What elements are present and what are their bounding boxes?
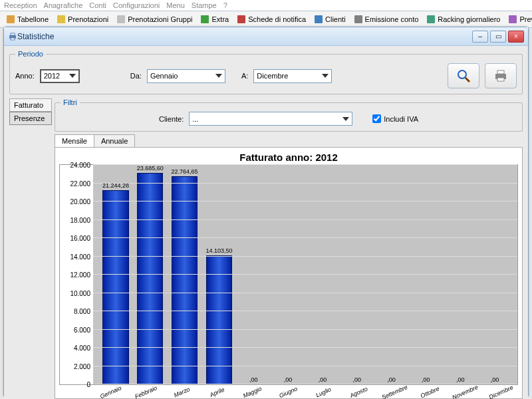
print-button[interactable] [485,63,517,88]
search-button[interactable] [448,63,479,88]
minimize-button[interactable]: – [472,31,488,43]
toolbar-icon [354,15,363,24]
toolbar-prenotazioni-gruppi[interactable]: Prenotazioni Gruppi [113,13,196,26]
cliente-select[interactable]: ... [189,112,352,126]
toolbar-clienti[interactable]: Clienti [311,13,349,26]
toolbar-icon [116,15,126,24]
filtri-legend: Filtri [61,98,80,106]
svg-rect-16 [497,78,504,81]
x-axis: GennaioFebbraioMarzoAprileMaggioGiugnoLu… [59,385,518,397]
y-tick-label: 10.000 [70,289,90,297]
menu-item[interactable]: Reception [4,1,37,9]
tab-annuale[interactable]: Annuale [94,134,135,147]
search-icon [456,68,471,83]
toolbar-icon [237,15,246,24]
tab-fatturato[interactable]: Fatturato [9,98,52,112]
svg-rect-4 [237,15,245,23]
tab-mensile[interactable]: Mensile [55,134,94,147]
y-tick-label: 14.000 [70,253,90,260]
data-label: ,00 [491,376,499,383]
bar-slot: ,00 [305,165,340,384]
bar-slot: 14.103,50 [201,165,236,384]
toolbar-tabellone[interactable]: Tabellone [3,13,52,26]
cliente-label: Cliente: [159,115,184,123]
data-label: ,00 [422,376,430,383]
side-tabs: Fatturato Presenze [9,98,52,399]
tabstrip: Mensile Annuale [55,134,523,148]
y-tick-label: 12.000 [70,271,90,279]
includi-iva-checkbox[interactable]: Includi IVA [372,114,418,123]
filtri-fieldset: Filtri Cliente: ... Includi IVA [55,98,523,132]
bar-slot: ,00 [477,165,512,384]
menubar: ReceptionAnagraficheContiConfigurazioniM… [0,0,532,11]
toolbar-icon [6,15,15,24]
y-tick-label: 24.000 [70,162,90,169]
anno-label: Anno: [15,72,35,80]
menu-item[interactable]: Anagrafiche [44,1,83,9]
y-tick-label: 8.000 [74,308,90,315]
svg-rect-2 [117,15,125,23]
svg-rect-11 [11,38,15,40]
tab-presenze[interactable]: Presenze [9,112,52,125]
toolbar-schede-di-notifica[interactable]: Schede di notifica [233,13,309,26]
close-button[interactable]: × [508,31,524,43]
da-label: Da: [130,72,142,80]
svg-rect-7 [427,15,435,23]
anno-select[interactable]: 2012 [40,69,80,83]
svg-rect-15 [497,70,504,74]
bar [172,176,198,384]
toolbar-extra[interactable]: Extra [197,13,232,26]
toolbar: TabellonePrenotazioniPrenotazioni Gruppi… [0,11,532,28]
print-icon [8,32,17,41]
toolbar-emissione-conto[interactable]: Emissione conto [350,13,422,26]
y-tick-label: 22.000 [70,180,90,187]
svg-rect-1 [57,15,65,23]
toolbar-icon [508,15,517,24]
bar-slot: 23.685,60 [133,165,168,384]
y-tick-label: 20.000 [70,198,90,205]
data-label: ,00 [319,376,327,383]
bar-slot: ,00 [340,165,374,384]
data-label: ,00 [387,376,396,383]
data-label: 14.103,50 [205,247,232,254]
bar [137,173,163,384]
toolbar-icon [57,15,66,24]
toolbar-racking-giornaliero[interactable]: Racking giornaliero [423,13,503,26]
maximize-button[interactable]: ▭ [490,31,506,43]
svg-rect-3 [201,15,209,23]
svg-rect-6 [354,15,362,23]
svg-line-13 [466,78,469,82]
y-axis: 02.0004.0006.0008.00010.00012.00014.0001… [60,165,93,384]
data-label: 23.685,60 [137,165,164,172]
chart-container: Fatturato anno: 2012 02.0004.0006.0008.0… [55,148,523,399]
svg-rect-10 [11,33,15,35]
toolbar-prenotazioni[interactable]: Prenotazioni [53,13,112,26]
bar-slot: ,00 [236,165,271,384]
window-title: Statistiche [17,32,472,41]
menu-item[interactable]: Menu [166,1,185,9]
toolbar-preventivi[interactable]: Preventivi [505,13,532,26]
periodo-fieldset: Periodo Anno: 2012 Da: Gennaio A: Dicemb… [9,50,523,94]
menu-item[interactable]: ? [223,1,227,9]
bar-slot: 21.244,28 [98,165,133,384]
y-tick-label: 6.000 [74,326,90,333]
menu-item[interactable]: Stampe [192,1,217,9]
iva-check-input[interactable] [372,114,381,123]
bar-slot: ,00 [408,165,443,384]
data-label: 22.764,65 [172,168,198,175]
print-icon [493,68,508,83]
y-tick-label: 16.000 [70,235,90,242]
y-tick-label: 0 [86,381,90,388]
data-label: ,00 [456,376,465,383]
data-label: ,00 [284,376,293,383]
bars-area: 21.244,2823.685,6022.764,6514.103,50,00,… [93,165,517,384]
bar-slot: ,00 [374,165,409,384]
menu-item[interactable]: Configurazioni [113,1,160,9]
a-select[interactable]: Dicembre [253,69,332,83]
menu-item[interactable]: Conti [89,1,106,9]
a-label: A: [241,72,248,80]
da-select[interactable]: Gennaio [147,69,225,83]
chart-plot: 02.0004.0006.0008.00010.00012.00014.0001… [59,164,518,385]
toolbar-icon [314,15,323,24]
svg-rect-5 [315,15,323,23]
